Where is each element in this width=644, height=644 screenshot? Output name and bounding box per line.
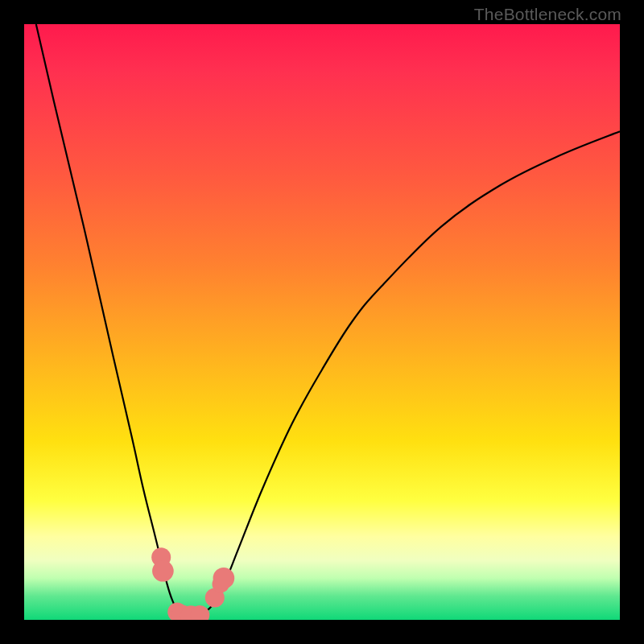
data-marker — [213, 568, 235, 589]
curve-left-arm — [36, 24, 191, 620]
chart-svg — [24, 24, 620, 620]
watermark-text: TheBottleneck.com — [474, 5, 621, 24]
data-markers — [151, 547, 234, 620]
curve-right-arm — [191, 131, 620, 620]
chart-canvas — [24, 24, 620, 620]
data-marker — [152, 560, 174, 582]
